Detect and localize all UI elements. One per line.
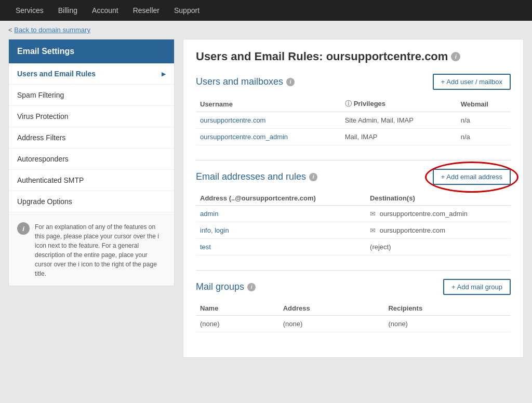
top-navigation: Services Billing Account Reseller Suppor… — [0, 0, 532, 21]
col-address: Address (..@oursupportcentre.com) — [196, 191, 366, 206]
email-addresses-info-icon: i — [309, 173, 317, 181]
users-mailboxes-section: Users and mailboxes i + Add user / mailb… — [196, 74, 511, 145]
info-icon: i — [17, 222, 30, 235]
group-name-1: (none) — [196, 316, 279, 332]
col-recipients: Recipients — [384, 301, 511, 316]
sidebar-info-box: i For an explanation of any of the featu… — [9, 214, 174, 286]
sidebar-item-label: Autoresponders — [17, 155, 69, 163]
email-addresses-section: Email addresses and rules i + Add email … — [196, 169, 511, 256]
email-dest-1: ✉ oursupportcentre.com_admin — [366, 206, 511, 222]
mail-groups-header: Mail groups i + Add mail group — [196, 279, 511, 295]
table-row: oursupportcentre.com Site Admin, Mail, I… — [196, 112, 511, 129]
mail-icon: ✉ — [370, 226, 376, 234]
page-title-info-icon: i — [451, 52, 460, 61]
nav-services[interactable]: Services — [8, 0, 51, 21]
email-link-2[interactable]: info, login — [200, 226, 229, 234]
col-name: Name — [196, 301, 279, 316]
page-title: Users and Email Rules: oursupportcentre.… — [196, 50, 511, 63]
table-row: info, login ✉ oursupportcentre.com — [196, 222, 511, 239]
sidebar-item-virus-protection[interactable]: Virus Protection — [9, 106, 174, 127]
users-mailboxes-header: Users and mailboxes i + Add user / mailb… — [196, 74, 511, 90]
sidebar-item-upgrade-options[interactable]: Upgrade Options — [9, 191, 174, 212]
email-link-3[interactable]: test — [200, 243, 211, 251]
sidebar-item-authenticated-smtp[interactable]: Authenticated SMTP — [9, 170, 174, 191]
sidebar-item-label: Spam Filtering — [17, 91, 64, 99]
email-dest-3: (reject) — [366, 239, 511, 256]
user-link-2[interactable]: oursupportcentre.com_admin — [200, 133, 288, 141]
sidebar-header: Email Settings — [9, 39, 174, 63]
nav-billing[interactable]: Billing — [51, 0, 85, 21]
email-addresses-header: Email addresses and rules i + Add email … — [196, 169, 511, 185]
add-email-address-button[interactable]: + Add email address — [433, 169, 511, 185]
sidebar-info-text: For an explanation of any of the feature… — [35, 222, 166, 278]
group-address-1: (none) — [279, 316, 384, 332]
back-link-container: < Back to domain summary — [8, 26, 524, 34]
group-recipients-1: (none) — [384, 316, 511, 332]
user-webmail-1: n/a — [457, 112, 511, 129]
email-dest-2: ✉ oursupportcentre.com — [366, 222, 511, 239]
email-addresses-table: Address (..@oursupportcentre.com) Destin… — [196, 191, 511, 256]
nav-reseller[interactable]: Reseller — [126, 0, 167, 21]
table-row: admin ✉ oursupportcentre.com_admin — [196, 206, 511, 222]
nav-account[interactable]: Account — [85, 0, 126, 21]
col-privileges: ⓘPrivileges — [341, 96, 457, 112]
sidebar-item-label: Authenticated SMTP — [17, 176, 84, 184]
email-addresses-title: Email addresses and rules i — [196, 171, 317, 182]
privileges-info-icon: ⓘ — [345, 100, 352, 108]
sidebar-item-label: Virus Protection — [17, 112, 69, 120]
arrow-icon: ▶ — [162, 71, 166, 77]
user-privileges-1: Site Admin, Mail, IMAP — [341, 112, 457, 129]
sidebar-item-autoresponders[interactable]: Autoresponders — [9, 149, 174, 170]
table-row: oursupportcentre.com_admin Mail, IMAP n/… — [196, 129, 511, 145]
add-mail-group-button[interactable]: + Add mail group — [443, 279, 511, 295]
sidebar-item-spam-filtering[interactable]: Spam Filtering — [9, 85, 174, 106]
sidebar-item-address-filters[interactable]: Address Filters — [9, 127, 174, 149]
back-to-domain-link[interactable]: Back to domain summary — [14, 26, 90, 34]
sidebar-item-label: Upgrade Options — [17, 197, 72, 206]
col-destination: Destination(s) — [366, 191, 511, 206]
mail-icon: ✉ — [370, 210, 376, 218]
mail-groups-info-icon: i — [247, 283, 256, 291]
sidebar-item-label: Address Filters — [17, 133, 65, 142]
users-mailboxes-title: Users and mailboxes i — [196, 76, 295, 87]
col-username: Username — [196, 96, 341, 112]
users-mailboxes-table: Username ⓘPrivileges Webmail oursupportc… — [196, 96, 511, 145]
sidebar: Email Settings Users and Email Rules ▶ S… — [8, 39, 175, 286]
user-privileges-2: Mail, IMAP — [341, 129, 457, 145]
sidebar-item-label: Users and Email Rules — [17, 70, 96, 78]
nav-support[interactable]: Support — [167, 0, 207, 21]
sidebar-item-users-email-rules[interactable]: Users and Email Rules ▶ — [9, 63, 174, 85]
users-mailboxes-info-icon: i — [286, 78, 295, 86]
col-webmail: Webmail — [457, 96, 511, 112]
table-row: test (reject) — [196, 239, 511, 256]
add-user-mailbox-button[interactable]: + Add user / mailbox — [433, 74, 511, 90]
user-webmail-2: n/a — [457, 129, 511, 145]
table-row: (none) (none) (none) — [196, 316, 511, 332]
main-content: Users and Email Rules: oursupportcentre.… — [183, 39, 524, 358]
mail-groups-title: Mail groups i — [196, 281, 256, 292]
user-link-1[interactable]: oursupportcentre.com — [200, 116, 265, 124]
add-email-btn-container: + Add email address — [433, 169, 511, 185]
email-link-1[interactable]: admin — [200, 210, 218, 218]
mail-groups-table: Name Address Recipients (none) (none) (n… — [196, 301, 511, 332]
col-address: Address — [279, 301, 384, 316]
mail-groups-section: Mail groups i + Add mail group Name Addr… — [196, 279, 511, 332]
page-title-text: Users and Email Rules: oursupportcentre.… — [196, 50, 448, 63]
